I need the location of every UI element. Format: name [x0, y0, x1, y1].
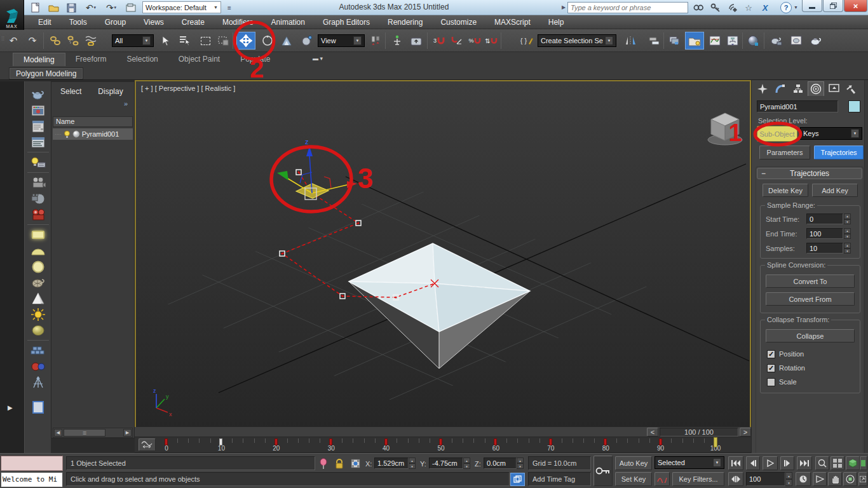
scene-explorer-display-menu[interactable]: Display [98, 87, 123, 96]
select-by-name-icon[interactable] [177, 33, 193, 48]
add-key-button[interactable]: Add Key [812, 184, 858, 197]
named-selection-set-dropdown[interactable]: Create Selection Se▼ [538, 34, 616, 47]
samples-spinner[interactable]: ▴▾ [844, 243, 851, 254]
absolute-mode-transform-icon[interactable] [350, 458, 362, 471]
animation-key-frame-30[interactable] [329, 438, 332, 445]
z-spinner[interactable]: ▴▾ [517, 458, 524, 469]
viewport-canvas[interactable]: y z x y z [136, 81, 750, 435]
object-name-label[interactable]: Pyramid001 [82, 130, 119, 138]
window-crossing-toggle-icon[interactable] [215, 33, 231, 48]
collapse-check-position[interactable]: ✓Position [767, 347, 805, 361]
close-button[interactable]: × [844, 0, 867, 12]
x-coordinate-field[interactable]: 1.529cm [374, 458, 409, 469]
go-to-start-button[interactable] [728, 456, 743, 470]
set-key-button[interactable]: Set Key [615, 472, 652, 486]
time-slider[interactable]: < 100 / 100 > [135, 427, 751, 437]
menu-item-edit[interactable]: Edit [29, 16, 60, 29]
menu-item-maxscript[interactable]: MAXScript [485, 16, 539, 29]
percent-snap-toggle-icon[interactable]: % [466, 33, 483, 48]
polygon-modeling-panel-button[interactable]: Polygon Modeling [9, 67, 83, 79]
selection-lock-icon[interactable] [335, 458, 344, 471]
scene-explorer-select-menu[interactable]: Select [60, 87, 81, 96]
adaptive-degradation-icon[interactable] [510, 473, 525, 486]
film-camera-icon[interactable] [30, 175, 46, 191]
rendered-frame-window-icon[interactable] [788, 33, 804, 48]
scene-object-row[interactable]: ···· Pyramid001 [53, 128, 133, 140]
spinner-snap-toggle-icon[interactable]: ⇅ [483, 33, 499, 48]
red-camera-icon[interactable] [30, 207, 46, 222]
select-and-move-button[interactable] [236, 32, 255, 50]
end-time-spinner[interactable]: ▴▾ [844, 228, 851, 239]
scene-explorer-overflow-chevron[interactable]: » [124, 100, 128, 107]
current-frame-field[interactable]: 100 [746, 472, 785, 486]
frame-spinner[interactable]: ▴▾ [785, 472, 792, 486]
create-tab[interactable] [754, 81, 771, 96]
redo-button[interactable]: ↷▾ [102, 1, 121, 14]
previous-frame-button[interactable] [746, 456, 760, 470]
animation-key-frame-60[interactable] [494, 438, 497, 445]
menu-item-group[interactable]: Group [96, 16, 135, 29]
rendered-frame-window-icon[interactable] [30, 102, 46, 118]
keyboard-shortcut-override-icon[interactable] [408, 33, 424, 48]
play-animation-button[interactable] [763, 456, 778, 470]
animation-key-frame-20[interactable] [275, 438, 278, 445]
zoom-viewport-icon[interactable] [815, 456, 829, 470]
end-time-field[interactable]: 100 [806, 228, 843, 239]
go-to-end-button[interactable] [797, 456, 812, 470]
manage-layers-icon[interactable] [666, 33, 682, 48]
key-filters-button[interactable]: Key Filters... [672, 472, 724, 486]
collapse-check-scale[interactable]: Scale [767, 375, 805, 389]
render-production-icon[interactable] [807, 33, 824, 48]
snaps-toggle-3d-icon[interactable]: 3 [431, 33, 447, 48]
motion-tab[interactable] [808, 81, 824, 96]
rectangular-selection-region-icon[interactable] [197, 33, 214, 48]
hidden-toggle-bulb-icon[interactable] [64, 130, 71, 139]
auto-key-button[interactable]: Auto Key [615, 456, 652, 470]
align-icon[interactable] [646, 33, 662, 48]
scroll-right-icon[interactable]: ▶ [123, 429, 132, 437]
select-and-manipulate-icon[interactable] [389, 33, 405, 48]
disc-light-icon[interactable] [30, 259, 46, 274]
select-and-link-icon[interactable] [47, 33, 64, 48]
scroll-left-icon[interactable]: ◀ [54, 429, 62, 437]
scene-explorer-hscrollbar[interactable]: ◀ ☰ ▶ [53, 428, 133, 438]
undo-scene-button[interactable]: ↶ [5, 33, 22, 48]
reference-coordinate-system-dropdown[interactable]: View▼ [318, 34, 365, 47]
ribbon-tab-selection[interactable]: Selection [116, 53, 168, 66]
search-input[interactable] [567, 2, 688, 13]
field-of-view-icon[interactable] [813, 472, 827, 486]
menu-item-create[interactable]: Create [173, 16, 214, 29]
start-time-field[interactable]: 0 [806, 214, 843, 224]
viewport-label[interactable]: [ + ] [ Perspective ] [ Realistic ] [141, 85, 235, 92]
utilities-tab[interactable] [843, 81, 860, 96]
track-ruler[interactable]: 0102030405060708090100 [135, 437, 751, 453]
object-name-field[interactable]: Pyramid001 [757, 100, 838, 112]
favorites-star-icon[interactable]: ☆ [741, 2, 756, 13]
position-checkbox[interactable]: ✓ [767, 350, 775, 358]
restore-button[interactable] [823, 0, 843, 12]
rollout-collapse-icon[interactable]: − [761, 169, 766, 178]
track-bar[interactable]: 0102030405060708090100 [135, 437, 751, 453]
menu-item-tools[interactable]: Tools [60, 16, 96, 29]
animation-key-frame-10[interactable] [219, 438, 222, 445]
light-lister-icon[interactable] [30, 154, 46, 170]
max-logo[interactable]: MAX [0, 0, 24, 30]
ribbon-tab-modeling[interactable]: Modeling [13, 53, 65, 66]
project-folder-button[interactable] [123, 1, 139, 14]
ribbon-tab-freeform[interactable]: Freeform [65, 53, 117, 66]
sphere-light-icon[interactable] [30, 322, 46, 338]
mirror-icon[interactable] [623, 33, 639, 48]
selection-rect-tool-icon[interactable] [30, 399, 46, 415]
material-editor-icon[interactable] [745, 33, 761, 48]
dome-light-icon[interactable] [30, 243, 46, 259]
y-spinner[interactable]: ▴▾ [463, 458, 470, 469]
collapse-check-rotation[interactable]: ✓Rotation [767, 361, 805, 375]
start-time-spinner[interactable]: ▴▾ [844, 214, 851, 224]
convert-to-button[interactable]: Convert To [766, 274, 855, 288]
camera-tripod-icon[interactable] [30, 374, 46, 390]
maximize-viewport-toggle-icon[interactable] [858, 472, 867, 486]
menu-item-modifiers[interactable]: Modifiers [214, 16, 262, 29]
hierarchy-tab[interactable] [790, 81, 806, 96]
pan-hand-icon[interactable] [828, 472, 842, 486]
open-file-button[interactable] [46, 1, 61, 14]
